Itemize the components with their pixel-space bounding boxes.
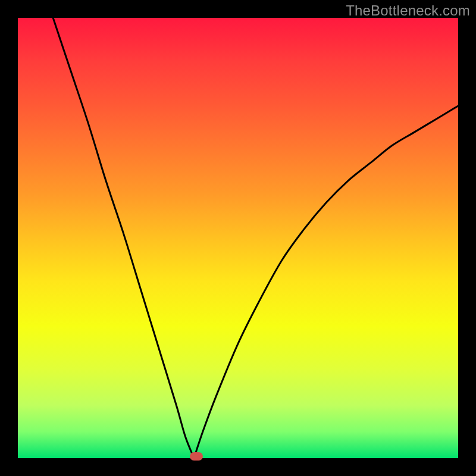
minimum-marker: [190, 452, 203, 461]
bottleneck-curve: [18, 18, 458, 458]
watermark-text: TheBottleneck.com: [346, 2, 470, 19]
plot-area: [18, 18, 458, 458]
chart-frame: TheBottleneck.com: [0, 0, 476, 476]
